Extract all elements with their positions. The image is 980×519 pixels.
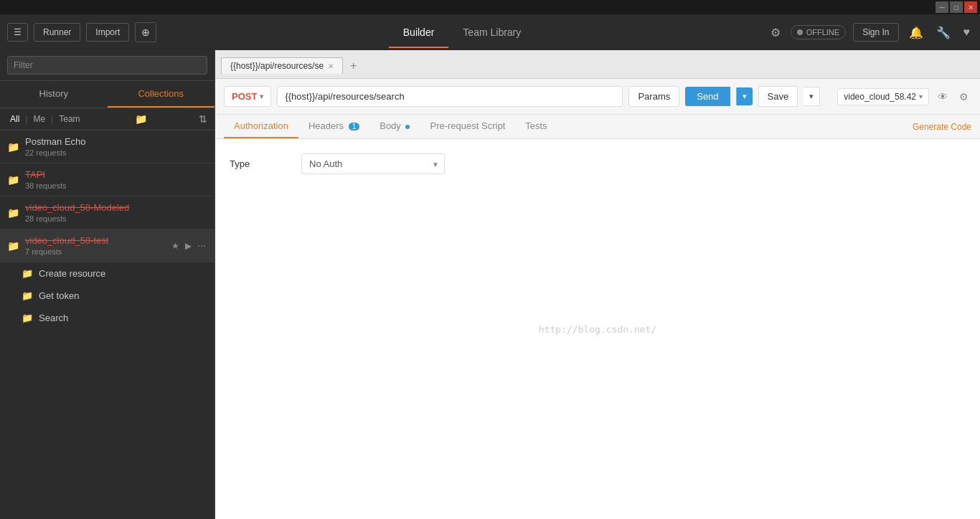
collection-info: video_cloud_58-Modeled 28 requests [25, 202, 207, 223]
collection-actions: ★ ▶ ⋯ [170, 239, 207, 252]
notifications-icon[interactable]: 🔔 [906, 23, 926, 42]
tab-authorization[interactable]: Authorization [224, 115, 298, 138]
filter-team[interactable]: Team [56, 113, 83, 125]
folder-icon: 📁 [22, 313, 33, 323]
sub-item-label: Search [39, 313, 68, 323]
env-selector[interactable]: video_cloud_58.42 ▾ [837, 88, 929, 105]
settings-icon[interactable]: ⚙ [768, 23, 783, 42]
tab-body[interactable]: Body [369, 115, 420, 138]
method-chevron-icon: ▾ [260, 92, 263, 100]
folder-icon: 📁 [22, 290, 33, 301]
headers-label: Headers [308, 120, 344, 131]
toolbar-right: ⚙ OFFLINE Sign In 🔔 🔧 ♥ [768, 23, 973, 42]
close-button[interactable]: ✕ [964, 1, 977, 13]
team-library-tab[interactable]: Team Library [448, 16, 535, 48]
request-tabs-bar: {{host}}/api/resources/se ✕ + [215, 50, 980, 79]
title-bar: ─ □ ✕ [0, 0, 980, 14]
add-tab-button[interactable]: + [346, 58, 361, 74]
main-content: {{host}}/api/resources/se ✕ + POST ▾ Par… [215, 50, 980, 519]
env-settings-icon[interactable]: ⚙ [956, 88, 971, 105]
builder-tab[interactable]: Builder [389, 16, 449, 48]
sign-in-button[interactable]: Sign In [853, 23, 898, 42]
sub-item-create-resource[interactable]: 📁 Create resource [0, 262, 215, 285]
sub-item-label: Create resource [39, 268, 105, 279]
generate-code-button[interactable]: Generate Code [913, 122, 971, 132]
request-tab-0[interactable]: {{host}}/api/resources/se ✕ [221, 57, 343, 74]
sidebar-toggle-button[interactable]: ☰ [7, 23, 28, 42]
filter-input[interactable] [7, 56, 207, 75]
offline-badge: OFFLINE [791, 25, 846, 39]
params-button[interactable]: Params [628, 86, 679, 107]
sub-item-label: Get token [39, 290, 79, 301]
wrench-icon[interactable]: 🔧 [933, 23, 953, 42]
expand-button[interactable]: ▶ [184, 239, 193, 252]
preview-icon[interactable]: 👁 [935, 88, 951, 105]
request-tab-label: {{host}}/api/resources/se [230, 61, 324, 71]
toolbar-center: Builder Team Library [156, 16, 767, 48]
url-input[interactable] [277, 86, 623, 107]
env-chevron-icon: ▾ [919, 92, 923, 100]
collection-name: video_cloud_58-Modeled [25, 202, 207, 213]
new-folder-button[interactable]: 📁 [135, 113, 147, 125]
heart-icon[interactable]: ♥ [961, 23, 974, 42]
collections-tab[interactable]: Collections [108, 81, 215, 108]
sort-button[interactable]: ⇅ [199, 113, 207, 125]
minimize-button[interactable]: ─ [936, 1, 948, 13]
sidebar: History Collections All | Me | Team 📁 ⇅ … [0, 50, 215, 519]
history-tab[interactable]: History [0, 81, 108, 108]
tab-tests[interactable]: Tests [515, 115, 557, 138]
collection-info: video_cloud_58-test 7 requests [25, 235, 170, 256]
sub-item-get-token[interactable]: 📁 Get token [0, 285, 215, 307]
folder-icon: 📁 [7, 240, 19, 252]
sidebar-tabs: History Collections [0, 81, 215, 108]
collection-name: Postman Echo [25, 136, 207, 147]
request-inner-tabs: Authorization Headers 1 Body Pre-request… [215, 115, 980, 139]
env-label: video_cloud_58.42 [844, 92, 916, 102]
filter-me[interactable]: Me [30, 113, 48, 125]
runner-button[interactable]: Runner [34, 23, 80, 42]
folder-icon: 📁 [7, 141, 19, 153]
auth-panel: Type No Auth Bearer Token Basic Auth API… [215, 139, 980, 519]
watermark: http://blog.csdn.net/ [539, 324, 656, 335]
sidebar-filter-container [0, 50, 215, 81]
collection-video-cloud-test[interactable]: 📁 video_cloud_58-test 7 requests ★ ▶ ⋯ [0, 229, 215, 262]
collection-postman-echo[interactable]: 📁 Postman Echo 22 requests [0, 130, 215, 163]
more-options-button[interactable]: ⋯ [196, 239, 207, 252]
collections-list: 📁 Postman Echo 22 requests 📁 TAPI 38 req… [0, 130, 215, 519]
main-layout: History Collections All | Me | Team 📁 ⇅ … [0, 50, 980, 519]
filter-all[interactable]: All [7, 113, 22, 125]
close-tab-icon[interactable]: ✕ [328, 62, 334, 70]
collection-meta: 7 requests [25, 247, 170, 256]
collection-tapi[interactable]: 📁 TAPI 38 requests [0, 163, 215, 196]
folder-icon: 📁 [22, 268, 33, 279]
method-label: POST [232, 91, 257, 102]
tab-headers[interactable]: Headers 1 [298, 115, 369, 138]
folder-icon: 📁 [7, 207, 19, 219]
collection-video-cloud[interactable]: 📁 video_cloud_58-Modeled 28 requests [0, 196, 215, 229]
collection-meta: 38 requests [25, 181, 207, 190]
send-button[interactable]: Send [685, 87, 730, 106]
body-dot [405, 125, 410, 129]
star-button[interactable]: ★ [170, 239, 181, 252]
headers-badge: 1 [349, 123, 360, 130]
save-dropdown-button[interactable]: ▾ [804, 87, 820, 106]
new-tab-button[interactable]: ⊕ [135, 22, 156, 42]
maximize-button[interactable]: □ [950, 1, 963, 13]
toolbar-left: ☰ Runner Import ⊕ [7, 22, 156, 42]
collection-info: TAPI 38 requests [25, 169, 207, 190]
auth-type-select[interactable]: No Auth Bearer Token Basic Auth API Key … [301, 153, 445, 174]
tab-pre-request-script[interactable]: Pre-request Script [420, 115, 515, 138]
window-controls: ─ □ ✕ [936, 1, 977, 13]
filter-controls: All | Me | Team 📁 ⇅ [0, 108, 215, 130]
send-dropdown-button[interactable]: ▾ [736, 87, 753, 105]
auth-type-row: Type No Auth Bearer Token Basic Auth API… [230, 153, 966, 174]
auth-type-wrapper: No Auth Bearer Token Basic Auth API Key … [301, 153, 445, 174]
sub-item-search[interactable]: 📁 Search [0, 307, 215, 329]
save-button[interactable]: Save [758, 86, 798, 107]
method-selector[interactable]: POST ▾ [224, 86, 271, 107]
collection-info: Postman Echo 22 requests [25, 136, 207, 157]
import-button[interactable]: Import [86, 23, 129, 42]
folder-icon: 📁 [7, 174, 19, 186]
collection-name: TAPI [25, 169, 207, 180]
collection-meta: 28 requests [25, 214, 207, 223]
